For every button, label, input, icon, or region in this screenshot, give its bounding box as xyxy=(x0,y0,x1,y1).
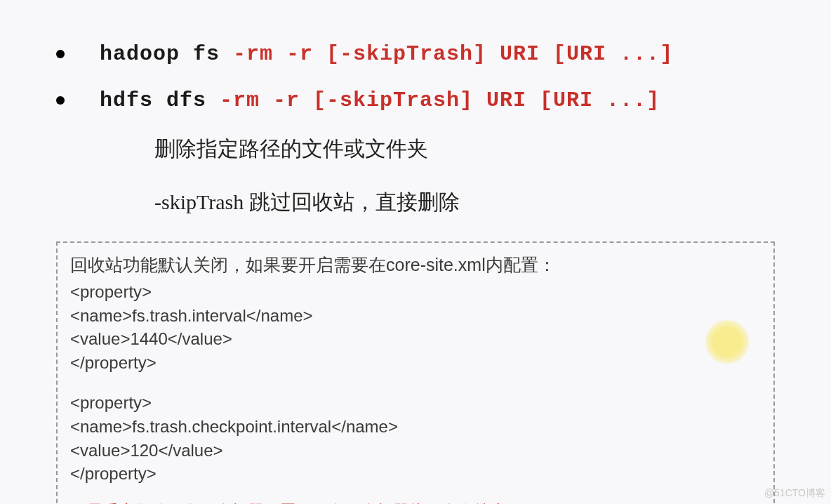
config-note: 无需重启集群，在哪个机器配置的，在哪个机器执行命令就生效。 回收站默认位置在：/… xyxy=(70,500,761,504)
xml-line: <property> xyxy=(70,280,761,304)
command-line: hadoop fs -rm -r [-skipTrash] URI [URI .… xyxy=(100,42,673,66)
bullet-icon xyxy=(56,50,65,58)
xml-line: <value>120</value> xyxy=(70,439,761,463)
xml-line: </property> xyxy=(70,351,761,375)
xml-line: <name>fs.trash.interval</name> xyxy=(70,304,761,328)
cursor-highlight-icon xyxy=(705,320,749,364)
blank-line xyxy=(70,374,761,391)
xml-line: <name>fs.trash.checkpoint.interval</name… xyxy=(70,415,761,439)
command-line: hdfs dfs -rm -r [-skipTrash] URI [URI ..… xyxy=(100,88,660,112)
command-item-1: hadoop fs -rm -r [-skipTrash] URI [URI .… xyxy=(56,42,775,66)
xml-line: <value>1440</value> xyxy=(70,327,761,351)
bullet-icon xyxy=(56,96,65,105)
config-box: 回收站功能默认关闭，如果要开启需要在core-site.xml内配置： <pro… xyxy=(56,241,775,504)
cmd-args: -rm -r [-skipTrash] URI [URI ...] xyxy=(233,42,673,66)
command-item-2: hdfs dfs -rm -r [-skipTrash] URI [URI ..… xyxy=(56,88,775,112)
desc-line-2: -skipTrash 跳过回收站，直接删除 xyxy=(154,188,775,217)
config-intro: 回收站功能默认关闭，如果要开启需要在core-site.xml内配置： xyxy=(70,253,761,277)
cmd-base: hadoop fs xyxy=(100,42,233,66)
watermark: @51CTO博客 xyxy=(764,487,825,500)
cmd-base: hdfs dfs xyxy=(100,88,220,112)
description-block: 删除指定路径的文件或文件夹 -skipTrash 跳过回收站，直接删除 xyxy=(154,135,775,217)
xml-line: <property> xyxy=(70,391,761,415)
cmd-args: -rm -r [-skipTrash] URI [URI ...] xyxy=(220,88,660,112)
command-list: hadoop fs -rm -r [-skipTrash] URI [URI .… xyxy=(56,42,775,112)
note-line-1: 无需重启集群，在哪个机器配置的，在哪个机器执行命令就生效。 xyxy=(70,500,761,504)
xml-line: </property> xyxy=(70,462,761,486)
slide-content: hadoop fs -rm -r [-skipTrash] URI [URI .… xyxy=(0,0,831,217)
desc-line-1: 删除指定路径的文件或文件夹 xyxy=(154,135,775,164)
